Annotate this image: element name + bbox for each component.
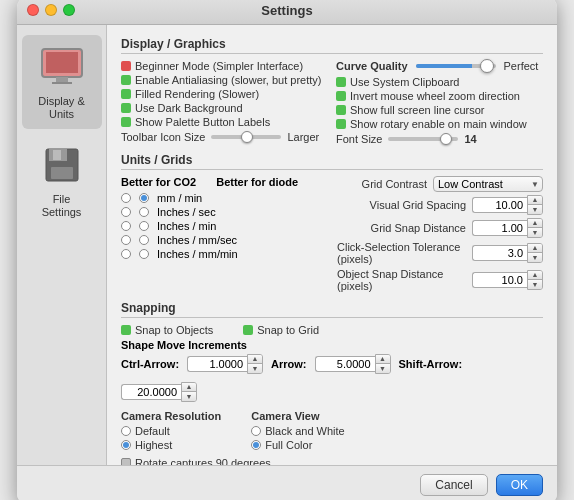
object-snap-down[interactable]: ▼ <box>528 280 542 289</box>
show-palette-checkbox <box>121 117 131 127</box>
font-size-slider[interactable] <box>388 137 458 141</box>
sidebar-item-file-settings[interactable]: FileSettings <box>22 133 102 227</box>
resolution-highest-radio[interactable] <box>121 440 131 450</box>
cancel-button[interactable]: Cancel <box>420 474 487 496</box>
ctrl-arrow-up[interactable]: ▲ <box>248 355 262 364</box>
visual-grid-spacing-arrows: ▲ ▼ <box>527 195 543 215</box>
snapping-section: Snapping Snap to Objects Snap to Grid Sh… <box>121 301 543 402</box>
filled-rendering-option[interactable]: Filled Rendering (Slower) <box>121 88 328 100</box>
visual-grid-spacing-up[interactable]: ▲ <box>528 196 542 205</box>
snap-to-grid-option[interactable]: Snap to Grid <box>243 324 319 336</box>
traffic-lights <box>27 4 75 16</box>
camera-section: Camera Resolution Default Highest Camera… <box>121 410 543 465</box>
shift-arrow-down[interactable]: ▼ <box>182 392 196 401</box>
system-clipboard-option[interactable]: Use System Clipboard <box>336 76 543 88</box>
diode-inches-mm-min-radio[interactable] <box>139 249 149 259</box>
grid-contrast-label: Grid Contrast <box>362 178 427 190</box>
object-snap-up[interactable]: ▲ <box>528 271 542 280</box>
snap-options-row: Snap to Objects Snap to Grid <box>121 324 543 336</box>
move-increments-row: Ctrl-Arrow: ▲ ▼ Arrow: ▲ ▼ <box>121 354 543 402</box>
settings-window: Settings Display &Units <box>17 0 557 500</box>
svg-rect-2 <box>56 77 68 82</box>
curve-quality-slider[interactable] <box>416 64 496 68</box>
diode-mm-min-radio[interactable] <box>139 193 149 203</box>
click-selection-input[interactable] <box>472 245 527 261</box>
resolution-default-radio[interactable] <box>121 426 131 436</box>
monitor-icon-container <box>38 43 86 91</box>
grid-snap-distance-up[interactable]: ▲ <box>528 219 542 228</box>
window-title: Settings <box>261 3 312 18</box>
shape-move-label: Shape Move Increments <box>121 339 543 351</box>
inches-mm-min-row: Inches / mm/min <box>121 248 327 260</box>
dark-bg-option[interactable]: Use Dark Background <box>121 102 328 114</box>
inches-min-row: Inches / min <box>121 220 327 232</box>
view-color-option[interactable]: Full Color <box>251 439 344 451</box>
footer: Cancel OK <box>17 465 557 501</box>
invert-zoom-checkbox <box>336 91 346 101</box>
camera-columns: Camera Resolution Default Highest Camera… <box>121 410 543 453</box>
object-snap-input[interactable] <box>472 272 527 288</box>
rotate-captures-option[interactable]: Rotate captures 90 degrees <box>121 457 543 465</box>
mm-min-label: mm / min <box>157 192 202 204</box>
grid-contrast-select[interactable]: Low Contrast <box>433 176 543 192</box>
click-selection-up[interactable]: ▲ <box>528 244 542 253</box>
visual-grid-spacing-input[interactable] <box>472 197 527 213</box>
arrow-arrows: ▲ ▼ <box>375 354 391 374</box>
shift-arrow-input[interactable] <box>121 384 181 400</box>
co2-inches-mm-min-radio[interactable] <box>121 249 131 259</box>
arrow-down[interactable]: ▼ <box>376 364 390 373</box>
ctrl-arrow-down[interactable]: ▼ <box>248 364 262 373</box>
display-graphics-title: Display / Graphics <box>121 37 543 54</box>
view-bw-radio[interactable] <box>251 426 261 436</box>
sidebar-item-display-units[interactable]: Display &Units <box>22 35 102 129</box>
co2-inches-min-radio[interactable] <box>121 221 131 231</box>
ctrl-arrow-arrows: ▲ ▼ <box>247 354 263 374</box>
diode-inches-mm-sec-radio[interactable] <box>139 235 149 245</box>
inches-mm-sec-row: Inches / mm/sec <box>121 234 327 246</box>
shift-arrow-up[interactable]: ▲ <box>182 383 196 392</box>
snap-to-objects-option[interactable]: Snap to Objects <box>121 324 213 336</box>
show-palette-option[interactable]: Show Palette Button Labels <box>121 116 328 128</box>
fullscreen-cursor-option[interactable]: Show full screen line cursor <box>336 104 543 116</box>
resolution-default-option[interactable]: Default <box>121 425 221 437</box>
co2-inches-mm-sec-radio[interactable] <box>121 235 131 245</box>
co2-inches-sec-radio[interactable] <box>121 207 131 217</box>
diode-inches-min-radio[interactable] <box>139 221 149 231</box>
arrow-input[interactable] <box>315 356 375 372</box>
visual-grid-spacing-down[interactable]: ▼ <box>528 205 542 214</box>
system-clipboard-checkbox <box>336 77 346 87</box>
close-button[interactable] <box>27 4 39 16</box>
toolbar-icon-size-row: Toolbar Icon Size Larger <box>121 131 328 143</box>
shift-arrow-label: Shift-Arrow: <box>399 358 463 370</box>
grid-contrast-select-wrapper: Low Contrast <box>433 176 543 192</box>
inches-mm-sec-label: Inches / mm/sec <box>157 234 237 246</box>
units-grids-title: Units / Grids <box>121 153 543 170</box>
antialiasing-option[interactable]: Enable Antialiasing (slower, but pretty) <box>121 74 328 86</box>
rotary-option[interactable]: Show rotary enable on main window <box>336 118 543 130</box>
ctrl-arrow-input[interactable] <box>187 356 247 372</box>
grid-snap-distance-arrows: ▲ ▼ <box>527 218 543 238</box>
click-selection-tolerance-row: Click-Selection Tolerance (pixels) ▲ ▼ <box>337 241 543 265</box>
beginner-mode-option[interactable]: Beginner Mode (Simpler Interface) <box>121 60 328 72</box>
click-selection-down[interactable]: ▼ <box>528 253 542 262</box>
icon-size-slider[interactable] <box>211 135 281 139</box>
grid-snap-distance-input[interactable] <box>472 220 527 236</box>
co2-mm-min-radio[interactable] <box>121 193 131 203</box>
svg-rect-6 <box>53 150 61 160</box>
diode-inches-sec-radio[interactable] <box>139 207 149 217</box>
view-bw-option[interactable]: Black and White <box>251 425 344 437</box>
svg-rect-7 <box>51 167 73 179</box>
grid-snap-distance-down[interactable]: ▼ <box>528 228 542 237</box>
minimize-button[interactable] <box>45 4 57 16</box>
resolution-highest-option[interactable]: Highest <box>121 439 221 451</box>
ok-button[interactable]: OK <box>496 474 543 496</box>
view-color-radio[interactable] <box>251 440 261 450</box>
arrow-up[interactable]: ▲ <box>376 355 390 364</box>
diode-label: Better for diode <box>216 176 298 188</box>
maximize-button[interactable] <box>63 4 75 16</box>
invert-zoom-option[interactable]: Invert mouse wheel zoom direction <box>336 90 543 102</box>
window-body: Display &Units FileSettings Display / Gr <box>17 25 557 465</box>
snapping-title: Snapping <box>121 301 543 318</box>
floppy-icon <box>44 147 80 183</box>
grid-snap-distance-label: Grid Snap Distance <box>371 222 466 234</box>
